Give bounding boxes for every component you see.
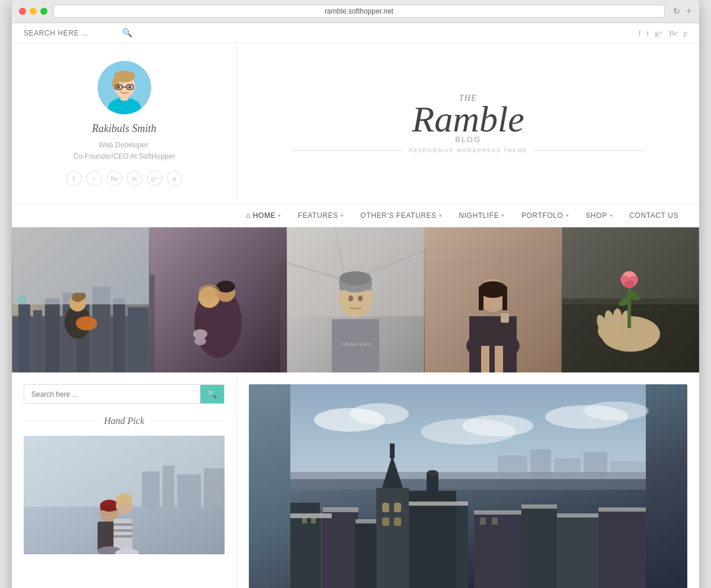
pinterest-icon[interactable]: p bbox=[684, 28, 688, 38]
svg-point-49 bbox=[358, 295, 363, 301]
svg-rect-14 bbox=[33, 310, 42, 372]
profile-googleplus-icon[interactable]: g+ bbox=[147, 171, 162, 186]
nav-others-label: OTHER'S FEATURES bbox=[360, 211, 436, 220]
svg-rect-64 bbox=[502, 287, 507, 310]
svg-rect-19 bbox=[113, 298, 125, 372]
svg-rect-128 bbox=[598, 509, 646, 588]
author-name: Rakibuls Smith bbox=[92, 123, 156, 135]
nav-nightlife-chevron: ▾ bbox=[501, 213, 505, 219]
profile-twitter-icon[interactable]: t bbox=[87, 171, 102, 186]
author-company: Co-Founder/CEO At SoftHopper bbox=[73, 151, 175, 162]
header-section: Rakibuls Smith Web Debeloper. Co-Founder… bbox=[12, 43, 699, 204]
window-controls bbox=[19, 8, 47, 15]
svg-rect-89 bbox=[177, 474, 201, 507]
svg-point-36 bbox=[194, 337, 206, 345]
svg-rect-93 bbox=[101, 506, 118, 510]
minimize-button[interactable] bbox=[30, 8, 37, 15]
nav-features[interactable]: FEATURES ▾ bbox=[290, 204, 353, 227]
svg-point-34 bbox=[198, 284, 220, 298]
home-icon: ⌂ bbox=[246, 211, 251, 220]
svg-rect-113 bbox=[530, 449, 551, 478]
avatar bbox=[98, 61, 151, 114]
svg-rect-145 bbox=[311, 518, 316, 523]
author-role: Web Debeloper. bbox=[99, 140, 150, 151]
logo-subtitle: RESPONSIVE WORDPRESS THEME bbox=[409, 147, 528, 153]
svg-point-83 bbox=[616, 327, 621, 329]
sidebar-search-input[interactable] bbox=[24, 385, 200, 403]
photo-couple-snow bbox=[149, 227, 287, 372]
sidebar-search-bar[interactable]: 🔍 bbox=[24, 384, 225, 404]
svg-rect-147 bbox=[492, 518, 498, 525]
hand-pick-image bbox=[24, 436, 225, 554]
hand-pick-title: Hand Pick bbox=[24, 416, 225, 426]
svg-rect-20 bbox=[128, 307, 149, 372]
nav-home-chevron: ▾ bbox=[278, 213, 281, 219]
top-social-icons: f t g+ Be p bbox=[638, 28, 687, 38]
nav-contact[interactable]: CONTACT US bbox=[621, 204, 687, 227]
svg-rect-127 bbox=[557, 515, 598, 588]
nav-shop-label: SHOP bbox=[585, 211, 607, 220]
svg-rect-99 bbox=[114, 529, 133, 532]
main-navigation: ⌂ HOME ▾ FEATURES ▾ OTHER'S FEATURES ▾ N… bbox=[12, 204, 699, 227]
nav-shop[interactable]: SHOP ▾ bbox=[577, 204, 621, 227]
nav-others-chevron: ▾ bbox=[439, 213, 443, 219]
svg-rect-134 bbox=[521, 505, 557, 509]
svg-rect-65 bbox=[501, 313, 509, 323]
profile-behance-icon[interactable]: Be bbox=[107, 171, 122, 186]
svg-point-9 bbox=[117, 86, 120, 89]
browser-chrome: ramble.softhopper.net ↻ + bbox=[12, 0, 699, 23]
facebook-icon[interactable]: f bbox=[638, 28, 640, 38]
top-bar: 🔍 f t g+ Be p bbox=[12, 23, 699, 43]
reload-icon[interactable]: ↻ bbox=[673, 7, 680, 17]
svg-rect-98 bbox=[114, 523, 133, 526]
url-bar[interactable]: ramble.softhopper.net bbox=[53, 5, 665, 18]
googleplus-icon[interactable]: g+ bbox=[655, 28, 663, 38]
svg-point-10 bbox=[128, 86, 131, 89]
top-search-input[interactable] bbox=[24, 29, 118, 37]
main-featured-image bbox=[249, 384, 687, 588]
svg-point-110 bbox=[584, 401, 649, 420]
svg-rect-115 bbox=[584, 452, 607, 478]
nav-home-label: HOME bbox=[253, 211, 276, 220]
nav-items: ⌂ HOME ▾ FEATURES ▾ OTHER'S FEATURES ▾ N… bbox=[238, 204, 687, 227]
svg-rect-112 bbox=[498, 455, 527, 478]
nav-contact-label: CONTACT US bbox=[629, 211, 678, 220]
nav-others-features[interactable]: OTHER'S FEATURES ▾ bbox=[352, 204, 450, 227]
nav-portfolio[interactable]: PORTFOLO ▾ bbox=[513, 204, 577, 227]
svg-point-25 bbox=[79, 293, 86, 300]
svg-rect-135 bbox=[557, 513, 598, 518]
svg-rect-13 bbox=[18, 304, 30, 372]
maximize-button[interactable] bbox=[40, 8, 47, 15]
settings-icon[interactable]: ⚙ bbox=[17, 293, 27, 307]
nav-nightlife[interactable]: NIGHTLIFE ▾ bbox=[450, 204, 513, 227]
profile-pinterest-icon[interactable]: p bbox=[167, 171, 182, 186]
svg-point-95 bbox=[116, 493, 133, 504]
sidebar-search-button[interactable]: 🔍 bbox=[200, 385, 224, 403]
behance-icon[interactable]: Be bbox=[669, 28, 677, 38]
svg-rect-114 bbox=[554, 458, 581, 478]
svg-rect-137 bbox=[376, 488, 409, 588]
nav-shop-chevron: ▾ bbox=[610, 213, 613, 219]
svg-text:YOUNG WILD: YOUNG WILD bbox=[340, 342, 371, 347]
photo-woman-dark bbox=[424, 227, 562, 372]
hand-pick-section: Hand Pick bbox=[24, 416, 225, 554]
svg-rect-29 bbox=[280, 263, 286, 372]
photo-girl-hat: YOUNG WILD bbox=[287, 227, 424, 372]
twitter-icon[interactable]: t bbox=[647, 28, 649, 38]
nav-portfolio-chevron: ▾ bbox=[566, 213, 569, 219]
profile-facebook-icon[interactable]: f bbox=[66, 171, 82, 186]
svg-rect-146 bbox=[480, 518, 486, 525]
profile-social-icons: f t Be in g+ p bbox=[66, 171, 182, 186]
top-search-icon[interactable]: 🔍 bbox=[122, 28, 132, 38]
svg-rect-144 bbox=[302, 518, 307, 523]
photo-hands-flower bbox=[562, 227, 699, 372]
profile-linkedin-icon[interactable]: in bbox=[127, 171, 142, 186]
new-tab-button[interactable]: + bbox=[686, 5, 692, 18]
svg-rect-143 bbox=[394, 518, 401, 526]
photo-grid: ⚙ bbox=[12, 227, 699, 372]
close-button[interactable] bbox=[19, 8, 26, 15]
svg-rect-136 bbox=[598, 507, 646, 512]
svg-rect-130 bbox=[323, 507, 358, 512]
top-search-bar[interactable]: 🔍 bbox=[24, 28, 132, 38]
nav-home[interactable]: ⌂ HOME ▾ bbox=[238, 204, 290, 227]
